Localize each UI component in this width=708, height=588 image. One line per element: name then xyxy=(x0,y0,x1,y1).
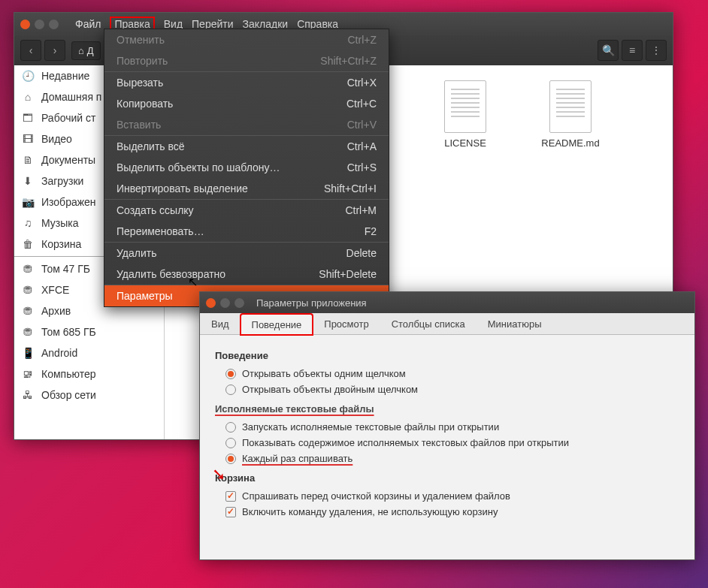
prefs-titlebar: Параметры приложения xyxy=(200,292,694,313)
menu-item[interactable]: Создать ссылкуCtrl+M xyxy=(104,200,389,221)
option-row[interactable]: Открывать объекты двойным щелчком xyxy=(215,381,679,397)
window-controls xyxy=(20,20,59,29)
menu-item-accel: Ctrl+S xyxy=(347,161,377,173)
sidebar-item-label: Том 47 ГБ xyxy=(41,263,90,275)
maximize-icon[interactable] xyxy=(234,298,244,308)
menu-item-label: Выделить всё xyxy=(116,140,185,152)
home-path-chip[interactable]: ⌂ Д xyxy=(71,41,101,60)
home-icon: ⌂ xyxy=(78,45,84,56)
sidebar-item-label: Архив xyxy=(41,305,71,317)
menu-item[interactable]: Переименовать…F2 xyxy=(104,221,389,242)
file-icon xyxy=(549,80,592,133)
menu-item[interactable]: Удалить безвозвратноShift+Delete xyxy=(104,264,389,285)
section-heading: Корзина xyxy=(215,472,679,484)
sidebar-item[interactable]: 🖳Компьютер xyxy=(14,363,164,384)
close-icon[interactable] xyxy=(20,20,30,29)
menu-item[interactable]: Инвертировать выделениеShift+Ctrl+I xyxy=(104,178,389,199)
menu-item-label: Удалить безвозвратно xyxy=(116,268,225,280)
menu-файл[interactable]: Файл xyxy=(75,18,101,30)
prefs-tab[interactable]: Столбцы списка xyxy=(380,313,477,334)
sidebar-item-label: Видео xyxy=(41,133,72,145)
radio[interactable] xyxy=(225,384,236,395)
minimize-icon[interactable] xyxy=(220,298,230,308)
prefs-tab[interactable]: Миниатюры xyxy=(477,313,553,334)
option-label: Открывать объекты одним щелчком xyxy=(242,368,406,379)
sidebar-item[interactable]: ⛃Том 685 ГБ xyxy=(14,321,164,342)
menu-item-accel: Ctrl+A xyxy=(347,140,377,152)
option-row[interactable]: Включить команду удаления, не использующ… xyxy=(215,504,679,520)
file-name: LICENSE xyxy=(435,137,495,149)
menu-item[interactable]: Выделить объекты по шаблону…Ctrl+S xyxy=(104,157,389,178)
prefs-tab[interactable]: Поведение xyxy=(241,314,313,335)
search-button[interactable]: 🔍 xyxy=(598,40,619,61)
folder-icon: 📷 xyxy=(22,196,34,208)
radio[interactable] xyxy=(225,454,236,464)
folder-icon: 🖧 xyxy=(22,389,34,401)
option-label: Запускать исполняемые текстовые файлы пр… xyxy=(242,421,499,433)
menu-item[interactable]: Выделить всёCtrl+A xyxy=(104,136,389,157)
sidebar-item-label: Компьютер xyxy=(41,368,95,380)
folder-icon: ⛃ xyxy=(22,305,34,317)
menu-item-label: Переименовать… xyxy=(116,225,204,237)
prefs-title: Параметры приложения xyxy=(256,297,367,309)
menu-item-label: Вставить xyxy=(116,119,161,131)
checkbox[interactable] xyxy=(225,507,236,517)
close-icon[interactable] xyxy=(206,298,216,308)
menu-item-label: Выделить объекты по шаблону… xyxy=(116,161,280,173)
option-row[interactable]: Показывать содержимое исполняемых тексто… xyxy=(215,435,679,451)
sidebar-item-label: Рабочий ст xyxy=(41,112,95,124)
forward-button[interactable]: › xyxy=(44,40,65,61)
menu-item-label: Отменить xyxy=(116,34,165,46)
sidebar-item-label: Корзина xyxy=(41,238,81,250)
sidebar-item-label: XFCE xyxy=(41,284,69,296)
sidebar-item-label: Изображен xyxy=(41,196,96,208)
menu-item[interactable]: ВырезатьCtrl+X xyxy=(104,72,389,93)
radio[interactable] xyxy=(225,369,236,379)
menu-item-accel: Shift+Ctrl+Z xyxy=(320,55,377,67)
sidebar-item-label: Android xyxy=(41,347,77,359)
section-heading: Исполняемые текстовые файлы xyxy=(215,403,679,415)
back-button[interactable]: ‹ xyxy=(20,40,41,61)
sidebar-item-label: Музыка xyxy=(41,217,79,229)
minimize-icon[interactable] xyxy=(35,20,44,29)
menu-item-accel: Ctrl+M xyxy=(345,204,377,216)
menu-item[interactable]: КопироватьCtrl+C xyxy=(104,93,389,114)
prefs-body: ➘ ПоведениеОткрывать объекты одним щелчк… xyxy=(200,335,694,529)
radio[interactable] xyxy=(225,422,236,433)
option-row[interactable]: Запускать исполняемые текстовые файлы пр… xyxy=(215,419,679,435)
preferences-window: Параметры приложения ВидПоведениеПросмот… xyxy=(199,291,695,560)
menu-item-accel: F2 xyxy=(365,225,377,237)
menu-item-label: Копировать xyxy=(116,98,173,110)
folder-icon: ♫ xyxy=(22,217,34,229)
prefs-tab[interactable]: Просмотр xyxy=(313,313,380,334)
option-row[interactable]: Открывать объекты одним щелчком xyxy=(215,366,679,381)
menu-item-label: Инвертировать выделение xyxy=(116,182,248,194)
maximize-icon[interactable] xyxy=(49,20,59,29)
folder-icon: 🗎 xyxy=(22,154,34,166)
sidebar-item[interactable]: 🖧Обзор сети xyxy=(14,384,164,406)
folder-icon: 🖳 xyxy=(22,368,34,380)
option-row[interactable]: Спрашивать перед очисткой корзины и удал… xyxy=(215,488,679,504)
menu-button[interactable]: ⋮ xyxy=(646,40,667,61)
sidebar-item-label: Домашняя п xyxy=(41,91,101,103)
folder-icon: 🕘 xyxy=(22,70,34,82)
sidebar-item-label: Обзор сети xyxy=(41,389,96,401)
menu-item-accel: Shift+Delete xyxy=(319,268,377,280)
menu-item-label: Создать ссылку xyxy=(116,204,194,216)
file-icon xyxy=(444,80,486,133)
list-view-button[interactable]: ≡ xyxy=(622,40,643,61)
menu-item[interactable]: УдалитьDelete xyxy=(104,243,389,264)
sidebar-item-label: Документы xyxy=(41,154,95,166)
checkbox[interactable] xyxy=(225,491,236,502)
menu-item-label: Повторить xyxy=(116,55,168,67)
prefs-tab[interactable]: Вид xyxy=(200,313,241,334)
radio[interactable] xyxy=(225,438,236,448)
folder-icon: ⬇ xyxy=(22,175,34,187)
option-label: Спрашивать перед очисткой корзины и удал… xyxy=(242,490,510,502)
option-row[interactable]: Каждый раз спрашивать xyxy=(215,451,679,466)
menu-item: ОтменитьCtrl+Z xyxy=(104,29,389,50)
menu-item-accel: Ctrl+X xyxy=(347,77,377,89)
sidebar-item[interactable]: 📱Android xyxy=(14,342,164,363)
menu-item-accel: Ctrl+C xyxy=(346,98,377,110)
sidebar-item-label: Том 685 ГБ xyxy=(41,326,96,338)
